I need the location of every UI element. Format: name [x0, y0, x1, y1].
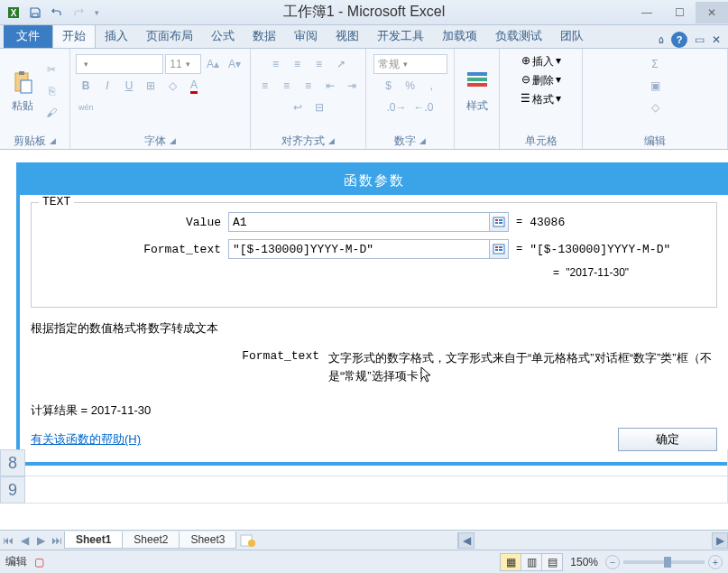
increase-font-icon[interactable]: A▴	[203, 54, 223, 74]
format-text-input[interactable]	[228, 239, 490, 259]
phonetic-icon[interactable]: wén	[76, 97, 97, 117]
increase-decimal-icon[interactable]: .0→	[383, 97, 409, 117]
tab-formulas[interactable]: 公式	[202, 24, 244, 48]
align-middle-icon[interactable]: ≡	[288, 54, 308, 74]
redo-icon[interactable]	[69, 3, 88, 23]
tab-developer[interactable]: 开发工具	[368, 24, 433, 48]
cut-icon[interactable]: ✂	[41, 60, 61, 79]
currency-icon[interactable]: $	[379, 76, 399, 96]
value-ref-button[interactable]	[489, 212, 509, 232]
page-layout-view-icon[interactable]: ▥	[521, 553, 542, 571]
zoom-out-icon[interactable]: −	[605, 555, 620, 569]
tab-home[interactable]: 开始	[52, 23, 96, 48]
decrease-font-icon[interactable]: A▾	[225, 54, 244, 74]
scroll-right-icon[interactable]: ▶	[712, 532, 728, 549]
decrease-decimal-icon[interactable]: ←.0	[411, 97, 437, 117]
normal-view-icon[interactable]: ▦	[500, 553, 521, 571]
excel-icon[interactable]: X	[4, 3, 23, 23]
zoom-level[interactable]: 150%	[570, 556, 598, 568]
ok-button[interactable]: 确定	[618, 428, 717, 451]
maximize-button[interactable]: ☐	[663, 2, 696, 23]
zoom-thumb[interactable]	[664, 557, 671, 568]
decrease-indent-icon[interactable]: ⇤	[320, 76, 340, 96]
tab-team[interactable]: 团队	[551, 24, 593, 48]
percent-icon[interactable]: %	[401, 76, 420, 96]
cell[interactable]	[25, 476, 728, 504]
qat-dropdown-icon[interactable]: ▾	[90, 3, 103, 23]
bold-icon[interactable]: B	[76, 76, 96, 96]
sheet-nav-last-icon[interactable]: ⏭	[49, 532, 65, 549]
underline-icon[interactable]: U	[119, 76, 139, 96]
align-center-icon[interactable]: ≡	[277, 76, 297, 96]
row-header-9[interactable]: 9	[0, 476, 25, 504]
tab-loadtest[interactable]: 负载测试	[486, 24, 551, 48]
orientation-icon[interactable]: ↗	[331, 54, 351, 74]
comma-icon[interactable]: ,	[422, 76, 442, 96]
sheet-nav-prev-icon[interactable]: ◀	[16, 532, 32, 549]
align-right-icon[interactable]: ≡	[299, 76, 318, 96]
tab-data[interactable]: 数据	[244, 24, 285, 48]
sheet-nav-next-icon[interactable]: ▶	[32, 532, 49, 549]
increase-indent-icon[interactable]: ⇥	[342, 76, 362, 96]
font-size-combo[interactable]: 11▾	[165, 54, 201, 74]
sheet-nav-first-icon[interactable]: ⏮	[0, 532, 16, 549]
horizontal-scrollbar[interactable]: ◀ ▶	[457, 532, 728, 549]
wrap-text-icon[interactable]: ↩	[288, 97, 308, 117]
cell[interactable]	[25, 449, 728, 476]
italic-icon[interactable]: I	[97, 76, 117, 96]
group-font: ▾ 11▾ A▴ A▾ B I U ⊞ ◇ A wén 字体◢	[70, 49, 251, 149]
close-button[interactable]: ✕	[696, 2, 728, 23]
macro-record-icon[interactable]: ▢	[34, 556, 44, 568]
align-left-icon[interactable]: ≡	[255, 76, 275, 96]
sheet-tab-1[interactable]: Sheet1	[64, 531, 123, 549]
minimize-ribbon-icon[interactable]: ۵	[659, 34, 664, 46]
align-top-icon[interactable]: ≡	[266, 54, 286, 74]
format-text-ref-button[interactable]	[489, 239, 509, 259]
minimize-button[interactable]: —	[631, 2, 663, 23]
copy-icon[interactable]: ⎘	[41, 81, 61, 101]
font-launcher-icon[interactable]: ◢	[170, 136, 176, 145]
alignment-launcher-icon[interactable]: ◢	[328, 136, 335, 145]
tab-view[interactable]: 视图	[327, 24, 368, 48]
tab-file[interactable]: 文件	[4, 24, 52, 48]
zoom-in-icon[interactable]: +	[708, 555, 723, 569]
autosum-icon[interactable]: Σ	[645, 54, 665, 74]
help-icon[interactable]: ?	[671, 32, 687, 48]
number-launcher-icon[interactable]: ◢	[419, 136, 426, 145]
number-format-combo[interactable]: 常规▾	[373, 54, 447, 74]
window-controls: — ☐ ✕	[631, 2, 728, 23]
scroll-left-icon[interactable]: ◀	[458, 532, 475, 549]
align-bottom-icon[interactable]: ≡	[309, 54, 329, 74]
new-sheet-icon[interactable]	[236, 532, 260, 549]
fill-icon[interactable]: ▣	[645, 76, 665, 96]
tab-addins[interactable]: 加载项	[433, 24, 486, 48]
restore-window-icon[interactable]: ▭	[695, 33, 705, 46]
fill-color-icon[interactable]: ◇	[162, 76, 182, 96]
font-color-icon[interactable]: A	[184, 76, 204, 96]
delete-cells-button[interactable]: ⊖删除▾	[521, 73, 561, 88]
page-break-view-icon[interactable]: ▤	[541, 553, 563, 571]
zoom-track[interactable]	[623, 560, 705, 564]
paste-button[interactable]: 粘贴	[4, 68, 41, 114]
merge-cells-icon[interactable]: ⊟	[309, 97, 329, 117]
styles-button[interactable]: 样式	[458, 68, 495, 114]
tab-page-layout[interactable]: 页面布局	[137, 24, 202, 48]
tab-insert[interactable]: 插入	[96, 24, 137, 48]
border-icon[interactable]: ⊞	[141, 76, 161, 96]
row-header-8[interactable]: 8	[0, 449, 25, 476]
inner-close-icon[interactable]: ✕	[712, 33, 721, 46]
insert-cells-button[interactable]: ⊕插入▾	[521, 54, 561, 69]
clear-icon[interactable]: ◇	[645, 97, 665, 117]
font-name-combo[interactable]: ▾	[76, 54, 163, 74]
zoom-slider[interactable]: − +	[605, 555, 723, 569]
format-painter-icon[interactable]: 🖌	[41, 103, 61, 123]
format-cells-button[interactable]: ☰格式▾	[521, 92, 561, 107]
sheet-tab-3[interactable]: Sheet3	[179, 531, 236, 549]
function-help-link[interactable]: 有关该函数的帮助(H)	[31, 431, 141, 448]
tab-review[interactable]: 审阅	[285, 24, 327, 48]
save-icon[interactable]	[25, 3, 45, 23]
value-input[interactable]	[228, 212, 490, 232]
clipboard-launcher-icon[interactable]: ◢	[50, 136, 56, 145]
sheet-tab-2[interactable]: Sheet2	[122, 531, 180, 549]
undo-icon[interactable]	[47, 3, 67, 23]
